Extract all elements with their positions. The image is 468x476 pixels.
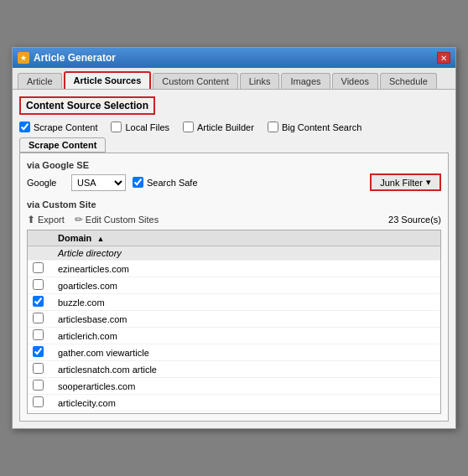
article-builder-checkbox[interactable]: Article Builder: [183, 122, 254, 132]
google-select[interactable]: USA UK Canada Australia: [71, 174, 126, 191]
sub-content-area: via Google SE Google USA UK Canada Austr…: [19, 153, 449, 422]
row-checkbox-3[interactable]: [33, 313, 44, 323]
row-checkbox-8[interactable]: [33, 396, 44, 407]
domain-cell: gather.com viewarticle: [53, 344, 440, 361]
sub-tab-bar: Scrape Content: [19, 137, 449, 153]
table-row: articlesnatch.com article: [28, 361, 440, 378]
search-safe-checkbox[interactable]: Search Safe: [133, 177, 198, 188]
domain-cell: goarticles.com: [53, 277, 440, 294]
app-icon: ★: [18, 52, 29, 64]
export-button[interactable]: ⬆ Export: [27, 214, 65, 225]
sort-icon: ▲: [96, 235, 104, 243]
content-area: Content Source Selection Scrape Content …: [13, 90, 455, 428]
domain-table: Domain ▲ Article directory ezineartic: [28, 230, 440, 411]
tab-bar: Article Article Sources Custom Content L…: [13, 68, 455, 90]
domain-cell: articlesbase.com: [53, 311, 440, 328]
export-icon: ⬆: [27, 214, 35, 225]
col-domain[interactable]: Domain ▲: [53, 230, 440, 246]
tab-schedule[interactable]: Schedule: [380, 73, 437, 89]
table-body: Article directory ezinearticles.com goar…: [28, 246, 440, 411]
google-se-label: via Google SE: [27, 160, 441, 170]
row-checkbox-7[interactable]: [33, 380, 44, 391]
edit-custom-sites-button[interactable]: ✏ Edit Custom Sites: [75, 214, 159, 225]
close-button[interactable]: ✕: [437, 52, 450, 64]
table-row: articlerich.com: [28, 328, 440, 344]
row-checkbox-4[interactable]: [33, 329, 44, 340]
tab-custom-content[interactable]: Custom Content: [153, 73, 237, 89]
table-row: buzzle.com: [28, 294, 440, 311]
custom-site-label: via Custom Site: [27, 199, 441, 210]
row-checkbox-5[interactable]: [33, 346, 44, 357]
edit-icon: ✏: [75, 214, 83, 225]
source-checkboxes: Scrape Content Local Files Article Build…: [19, 122, 449, 132]
chevron-down-icon: ▾: [426, 177, 431, 188]
tab-article[interactable]: Article: [18, 73, 62, 89]
local-files-checkbox[interactable]: Local Files: [111, 122, 169, 132]
tab-links[interactable]: Links: [240, 73, 280, 89]
table-row: sooperarticles.com: [28, 378, 440, 395]
search-safe-input[interactable]: [133, 177, 143, 188]
junk-filter-button[interactable]: Junk Filter ▾: [370, 173, 441, 191]
article-builder-input[interactable]: [183, 122, 194, 132]
scrape-content-checkbox[interactable]: Scrape Content: [19, 122, 97, 132]
window-title: Article Generator: [34, 52, 116, 64]
domain-table-container[interactable]: Domain ▲ Article directory ezineartic: [27, 230, 441, 414]
row-checkbox-6[interactable]: [33, 363, 44, 374]
custom-site-actions: ⬆ Export ✏ Edit Custom Sites 23 Source(s…: [27, 214, 441, 225]
row-checkbox-2[interactable]: [33, 296, 44, 307]
section-header: Content Source Selection: [19, 96, 155, 115]
local-files-input[interactable]: [111, 122, 122, 132]
table-row: articlecity.com: [28, 395, 440, 411]
group-name: Article directory: [53, 246, 440, 261]
tab-images[interactable]: Images: [281, 73, 330, 89]
google-label: Google: [27, 178, 65, 188]
title-bar: ★ Article Generator ✕: [13, 48, 455, 68]
tab-article-sources[interactable]: Article Sources: [64, 71, 152, 89]
domain-cell: sooperarticles.com: [53, 378, 440, 395]
big-content-search-input[interactable]: [268, 122, 278, 132]
domain-cell: articlerich.com: [53, 328, 440, 344]
table-row: gather.com viewarticle: [28, 344, 440, 361]
sources-count: 23 Source(s): [388, 215, 441, 225]
row-checkbox-1[interactable]: [33, 279, 44, 290]
google-row: Google USA UK Canada Australia Search Sa…: [27, 173, 441, 191]
domain-cell: buzzle.com: [53, 294, 440, 311]
table-row: ezinearticles.com: [28, 261, 440, 277]
col-checkbox: [28, 230, 53, 246]
group-header-article-directory: Article directory: [28, 246, 440, 261]
row-checkbox-0[interactable]: [33, 262, 44, 273]
sub-tab-scrape-content[interactable]: Scrape Content: [19, 137, 106, 153]
tab-videos[interactable]: Videos: [332, 73, 378, 89]
table-row: goarticles.com: [28, 277, 440, 294]
big-content-search-checkbox[interactable]: Big Content Search: [268, 122, 361, 132]
main-window: ★ Article Generator ✕ Article Article So…: [12, 47, 456, 429]
table-row: articlesbase.com: [28, 311, 440, 328]
scrape-content-input[interactable]: [19, 122, 30, 132]
domain-cell: articlecity.com: [53, 395, 440, 411]
domain-cell: articlesnatch.com article: [53, 361, 440, 378]
domain-cell: ezinearticles.com: [53, 261, 440, 277]
